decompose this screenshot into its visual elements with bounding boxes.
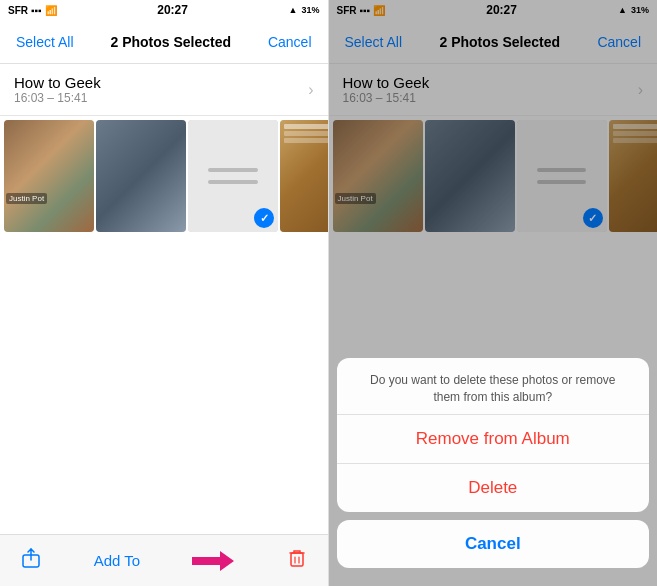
right-phone-panel: SFR ▪▪▪ 📶 20:27 ▲ 31% Select All 2 Photo… (329, 0, 658, 586)
share-button-left[interactable] (20, 547, 42, 574)
left-phone-panel: SFR ▪▪▪ 📶 20:27 ▲ 31% Select All 2 Photo… (0, 0, 329, 586)
nav-bar-left: Select All 2 Photos Selected Cancel (0, 20, 328, 64)
chevron-right-left: › (308, 81, 313, 99)
time-left: 20:27 (157, 3, 188, 17)
cancel-button-left[interactable]: Cancel (264, 30, 316, 54)
svg-marker-2 (192, 551, 234, 571)
album-info-left: How to Geek 16:03 – 15:41 (14, 74, 101, 105)
action-card-cancel: Cancel (337, 520, 650, 568)
action-card-main: Do you want to delete these photos or re… (337, 358, 650, 512)
status-right-left: ▲ 31% (289, 5, 320, 15)
bottom-toolbar-left: Add To (0, 534, 328, 586)
photo-grid-left: Justin Pot ✓ (0, 116, 328, 236)
check-badge-3: ✓ (254, 208, 274, 228)
status-bar-left: SFR ▪▪▪ 📶 20:27 ▲ 31% (0, 0, 328, 20)
person-label-1: Justin Pot (6, 193, 47, 204)
select-all-button-left[interactable]: Select All (12, 30, 78, 54)
signal-icon-left: ▪▪▪ (31, 5, 42, 16)
add-to-label-left: Add To (94, 552, 140, 569)
photo-thumb-1[interactable]: Justin Pot (4, 120, 94, 232)
trash-icon-left (286, 547, 308, 569)
album-time-left: 16:03 – 15:41 (14, 91, 101, 105)
arrow-area (192, 549, 234, 573)
photo-thumb-2[interactable] (96, 120, 186, 232)
photo-thumb-4[interactable]: ✓ (280, 120, 328, 232)
nav-title-left: 2 Photos Selected (110, 34, 231, 50)
svg-rect-3 (291, 553, 303, 566)
carrier-left: SFR (8, 5, 28, 16)
action-sheet-overlay: Do you want to delete these photos or re… (329, 0, 658, 586)
status-left: SFR ▪▪▪ 📶 (8, 5, 57, 16)
remove-from-album-button[interactable]: Remove from Album (337, 415, 650, 463)
action-sheet: Do you want to delete these photos or re… (329, 358, 658, 576)
delete-button[interactable]: Delete (337, 464, 650, 512)
album-item-left[interactable]: How to Geek 16:03 – 15:41 › (0, 64, 328, 116)
pink-arrow-icon (192, 549, 234, 573)
battery-left: 31% (301, 5, 319, 15)
cancel-action-button[interactable]: Cancel (337, 520, 650, 568)
content-area-left (0, 236, 328, 534)
action-message: Do you want to delete these photos or re… (337, 358, 650, 414)
photo-thumb-3[interactable]: ✓ (188, 120, 278, 232)
share-icon-left (20, 547, 42, 569)
album-name-left: How to Geek (14, 74, 101, 91)
gps-icon-left: ▲ (289, 5, 298, 15)
wifi-icon-left: 📶 (45, 5, 57, 16)
trash-button-left[interactable] (286, 547, 308, 574)
